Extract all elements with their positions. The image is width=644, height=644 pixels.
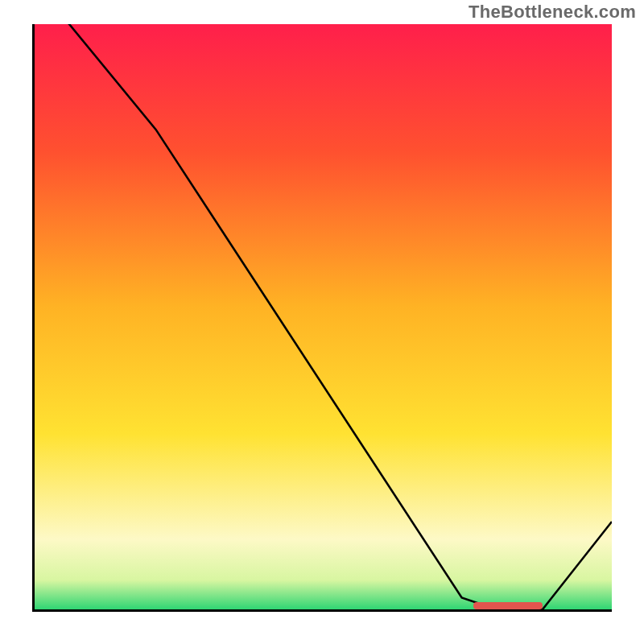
y-axis	[32, 24, 35, 612]
svg-rect-0	[35, 24, 612, 609]
x-axis	[32, 609, 612, 612]
attribution-label: TheBottleneck.com	[469, 2, 636, 23]
plot-area	[32, 24, 612, 612]
optimal-range-marker	[473, 602, 543, 609]
chart-stage: TheBottleneck.com	[0, 0, 644, 644]
background-gradient	[35, 24, 612, 609]
